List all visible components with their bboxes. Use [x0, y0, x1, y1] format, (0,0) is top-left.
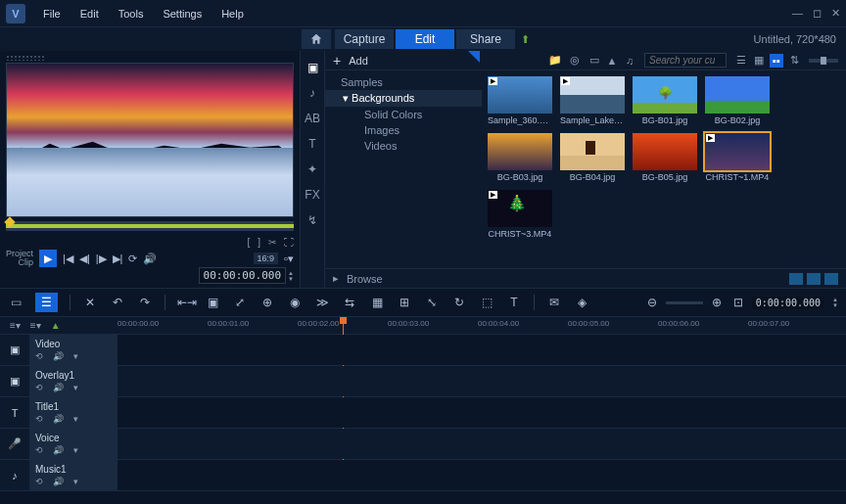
timeline-timecode-spinner[interactable]: ▲▼ — [832, 297, 838, 308]
media-tool-icon[interactable]: ▣ — [304, 59, 321, 76]
enlarge-icon[interactable]: ⛶ — [284, 237, 294, 248]
tree-videos[interactable]: Videos — [325, 138, 482, 154]
zoom-slider[interactable] — [666, 301, 703, 304]
snap-icon[interactable]: ⊕ — [259, 296, 275, 309]
sound-tool-icon[interactable]: ♪ — [304, 84, 321, 102]
motion-icon[interactable]: ⬚ — [479, 296, 494, 309]
volume-icon[interactable]: 🔊 — [143, 252, 157, 265]
subtitle-icon[interactable]: T — [506, 296, 522, 309]
track-link-icon[interactable]: ⟲ — [35, 445, 43, 455]
tools-icon[interactable]: ✕ — [82, 296, 98, 309]
track-lane[interactable] — [118, 366, 846, 396]
mark-out-icon[interactable]: ] — [258, 237, 260, 248]
panel-grip[interactable] — [6, 55, 45, 61]
track-extra-icon[interactable]: ▾ — [73, 383, 78, 392]
track-lane[interactable] — [118, 460, 846, 490]
chroma-icon[interactable]: ▦ — [369, 296, 385, 309]
maximize-icon[interactable]: ◻ — [813, 7, 822, 20]
track-lane[interactable] — [118, 429, 846, 459]
filter-video-icon[interactable]: ▭ — [588, 54, 601, 68]
filter-photo-icon[interactable]: ▲ — [605, 54, 619, 68]
resize-options-icon[interactable]: ▫▾ — [284, 252, 294, 265]
track-options-1-icon[interactable]: ≡▾ — [10, 320, 21, 331]
go-start-icon[interactable]: |◀ — [63, 252, 73, 265]
timecode-spinner[interactable]: ▲▼ — [288, 270, 294, 282]
title-tool-icon[interactable]: T — [304, 135, 321, 153]
footer-btn-3[interactable] — [824, 273, 838, 285]
menu-file[interactable]: File — [33, 4, 70, 23]
tree-solid-colors[interactable]: Solid Colors — [325, 107, 482, 122]
filter-audio-icon[interactable]: ♫ — [623, 54, 636, 68]
track-mute-icon[interactable]: 🔊 — [53, 477, 64, 486]
scan-icon[interactable]: ◎ — [570, 54, 580, 67]
marker-icon[interactable]: ✉ — [546, 296, 562, 309]
crop-icon[interactable]: ▣ — [205, 296, 220, 309]
list-view-icon[interactable]: ☰ — [734, 54, 748, 68]
track-header[interactable]: Title1⟲🔊▾ — [29, 397, 118, 428]
track-link-icon[interactable]: ⟲ — [35, 383, 43, 392]
track-type-icon[interactable]: 🎤 — [0, 429, 29, 459]
loop-icon[interactable]: ⟳ — [128, 252, 137, 265]
thumbnail[interactable]: ▶Sample_Lake.m... — [560, 76, 625, 125]
thumb-size-slider[interactable] — [809, 59, 838, 63]
preview-viewport[interactable] — [6, 63, 294, 217]
track-motion-icon[interactable]: ↻ — [451, 296, 467, 309]
menu-tools[interactable]: Tools — [109, 4, 154, 23]
pan-zoom-icon[interactable]: ⤢ — [232, 296, 248, 309]
export-icon[interactable]: ⬆ — [521, 33, 530, 46]
add-marker-icon[interactable]: ▲ — [51, 320, 61, 331]
timeline-view-icon[interactable]: ☰ — [35, 293, 58, 312]
ripple-icon[interactable]: ⇤⇥ — [177, 296, 193, 309]
track-header[interactable]: Music1⟲🔊▾ — [29, 460, 118, 490]
track-link-icon[interactable]: ⟲ — [35, 477, 43, 486]
browse-label[interactable]: Browse — [347, 273, 383, 285]
thumbnail[interactable]: BG-B05.jpg — [633, 133, 697, 182]
grid-view-icon[interactable]: ▦ — [752, 54, 766, 68]
add-label[interactable]: Add — [349, 55, 368, 67]
menu-edit[interactable]: Edit — [70, 4, 109, 23]
home-button[interactable] — [302, 29, 331, 49]
track-options-2-icon[interactable]: ≡▾ — [30, 320, 41, 331]
menu-settings[interactable]: Settings — [153, 4, 212, 23]
graphics-tool-icon[interactable]: ✦ — [304, 160, 321, 178]
close-icon[interactable]: ✕ — [831, 7, 840, 20]
storyboard-view-icon[interactable]: ▭ — [8, 296, 24, 309]
zoom-out-icon[interactable]: ⊖ — [644, 296, 660, 309]
path-tool-icon[interactable]: ↯ — [304, 211, 321, 229]
track-mute-icon[interactable]: 🔊 — [53, 445, 64, 455]
scrubber-handle[interactable] — [4, 216, 15, 227]
track-type-icon[interactable]: ♪ — [0, 460, 29, 490]
track-extra-icon[interactable]: ▾ — [73, 351, 78, 361]
preview-scrubber[interactable] — [6, 221, 294, 231]
tree-images[interactable]: Images — [325, 122, 482, 138]
zoom-in-icon[interactable]: ⊕ — [709, 296, 725, 309]
track-type-icon[interactable]: T — [0, 397, 29, 428]
track-lane[interactable] — [118, 335, 846, 365]
footer-btn-1[interactable] — [789, 273, 803, 285]
track-type-icon[interactable]: ▣ — [0, 335, 29, 365]
track-link-icon[interactable]: ⟲ — [35, 351, 43, 361]
track-header[interactable]: Overlay1⟲🔊▾ — [29, 366, 118, 396]
track-header[interactable]: Video⟲🔊▾ — [29, 335, 118, 365]
undo-icon[interactable]: ↶ — [110, 296, 125, 309]
tab-capture[interactable]: Capture — [335, 29, 394, 49]
playback-mode-label[interactable]: Project Clip — [6, 250, 33, 267]
import-folder-icon[interactable]: 📁 — [548, 54, 562, 67]
thumbnail[interactable]: BG-B03.jpg — [488, 133, 552, 182]
transition-tool-icon[interactable]: AB — [304, 110, 321, 127]
tab-share[interactable]: Share — [456, 29, 515, 49]
aspect-dropdown[interactable]: 16:9 — [254, 252, 279, 264]
tree-backgrounds[interactable]: ▾ Backgrounds — [325, 90, 482, 107]
play-button[interactable]: ▶ — [39, 250, 57, 267]
track-header[interactable]: Voice⟲🔊▾ — [29, 429, 118, 459]
sort-icon[interactable]: ⇅ — [787, 54, 801, 68]
multicam-icon[interactable]: ⊞ — [397, 296, 412, 309]
favorite-corner-icon[interactable] — [468, 51, 480, 63]
color-icon[interactable]: ◉ — [287, 296, 303, 309]
chapter-icon[interactable]: ◈ — [574, 296, 589, 309]
split-clip-icon[interactable]: ✂ — [268, 237, 276, 248]
go-end-icon[interactable]: ▶| — [113, 252, 123, 265]
track-type-icon[interactable]: ▣ — [0, 366, 29, 396]
track-mute-icon[interactable]: 🔊 — [53, 351, 64, 361]
track-link-icon[interactable]: ⟲ — [35, 414, 43, 424]
